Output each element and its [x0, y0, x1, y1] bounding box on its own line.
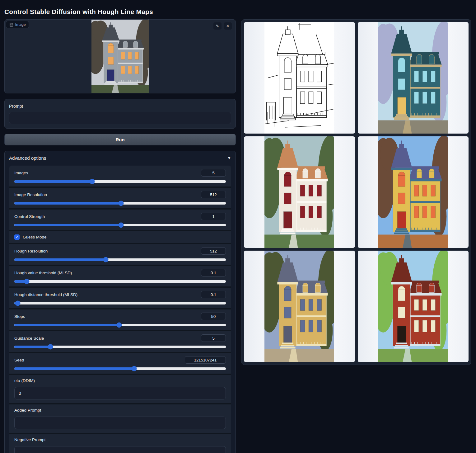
field-label: Added Prompt — [14, 408, 41, 413]
slider-label: Guidance Scale — [14, 336, 44, 341]
input-image-photo — [5, 20, 236, 93]
slider-track[interactable] — [14, 324, 226, 326]
field-added-prompt: Added Prompt — [9, 404, 231, 433]
guess-mode-checkbox[interactable]: ✓ — [14, 234, 20, 240]
slider-images: Images — [9, 166, 231, 186]
field-input[interactable] — [14, 387, 226, 399]
slider-track[interactable] — [14, 346, 226, 348]
slider-label: Seed — [14, 358, 24, 362]
house-illustration — [264, 136, 334, 248]
field-eta-ddim-: eta (DDIM) — [9, 375, 231, 403]
slider-handle[interactable] — [117, 323, 122, 328]
slider-label: Hough distance threshold (MLSD) — [14, 292, 77, 297]
pencil-icon: ✎ — [216, 24, 219, 28]
slider-fill — [14, 367, 134, 370]
page-title: Control Stable Diffusion with Hough Line… — [4, 8, 153, 16]
field-label: Negative Prompt — [14, 437, 46, 442]
input-image-component[interactable]: Image ✎ ✕ — [4, 19, 236, 93]
slider-handle[interactable] — [118, 201, 124, 206]
prompt-group: Prompt — [4, 99, 236, 129]
slider-label: Images — [14, 171, 28, 175]
image-label: Image — [15, 22, 26, 27]
slider-handle[interactable] — [24, 279, 30, 284]
slider-label: Steps — [14, 314, 25, 319]
house-illustration — [91, 20, 149, 93]
slider-hough-resolution: Hough Resolution — [9, 244, 231, 265]
house-illustration — [378, 22, 448, 134]
gallery-item-result-gold-house[interactable] — [244, 251, 355, 362]
checkbox-row: ✓ Guess Mode — [9, 231, 231, 243]
slider-value-input[interactable] — [201, 191, 226, 198]
slider-value-input[interactable] — [201, 291, 226, 298]
slider-value-input[interactable] — [201, 213, 226, 220]
slider-value-input[interactable] — [201, 269, 226, 276]
slider-seed: Seed — [9, 353, 231, 374]
prompt-label: Prompt — [9, 104, 231, 109]
checkbox-label: Guess Mode — [23, 235, 47, 239]
slider-hough-value-threshold-mlsd-: Hough value threshold (MLSD) — [9, 266, 231, 286]
slider-image-resolution: Image Resolution — [9, 188, 231, 208]
controls-column: Image ✎ ✕ Prompt Run Advanced options ▼ … — [4, 19, 236, 453]
clear-image-button[interactable]: ✕ — [224, 22, 232, 30]
slider-fill — [14, 180, 92, 183]
slider-track[interactable] — [14, 258, 226, 261]
image-icon — [9, 23, 13, 27]
field-label: eta (DDIM) — [14, 378, 35, 383]
slider-value-input[interactable] — [201, 334, 226, 342]
slider-track[interactable] — [14, 180, 226, 183]
slider-fill — [14, 224, 121, 226]
field-input[interactable] — [14, 417, 226, 429]
slider-fill — [14, 202, 121, 205]
house-illustration — [264, 251, 334, 362]
gallery-item-hough-line-map[interactable] — [244, 22, 355, 134]
gallery-item-result-white-house[interactable] — [244, 136, 355, 248]
slider-control-strength: Control Strength — [9, 210, 231, 230]
slider-track[interactable] — [14, 224, 226, 226]
close-icon: ✕ — [226, 24, 230, 28]
gallery-item-result-yellow-blue-house[interactable] — [358, 136, 469, 248]
chevron-down-icon: ▼ — [227, 156, 231, 160]
slider-track[interactable] — [14, 280, 226, 283]
slider-handle[interactable] — [15, 301, 20, 306]
advanced-options-accordion: Advanced options ▼ Images Image Resoluti… — [4, 151, 236, 453]
results-gallery — [241, 19, 471, 365]
field-negative-prompt: Negative Prompt — [9, 434, 231, 453]
slider-label: Hough value threshold (MLSD) — [14, 271, 72, 275]
house-illustration — [264, 22, 334, 134]
slider-track[interactable] — [14, 202, 226, 205]
run-button[interactable]: Run — [4, 134, 236, 145]
image-label-badge: Image — [6, 21, 29, 28]
slider-track[interactable] — [14, 367, 226, 370]
advanced-options-form: Images Image Resolution Control Strength… — [9, 166, 231, 453]
gallery-item-result-red-brick-house[interactable] — [358, 251, 469, 362]
slider-track[interactable] — [14, 302, 226, 304]
slider-value-input[interactable] — [185, 356, 226, 364]
slider-fill — [14, 258, 106, 261]
slider-label: Control Strength — [14, 214, 45, 219]
prompt-input[interactable] — [9, 112, 231, 124]
slider-value-input[interactable] — [201, 313, 226, 320]
slider-value-input[interactable] — [201, 169, 226, 177]
slider-steps: Steps — [9, 309, 231, 330]
slider-guidance-scale: Guidance Scale — [9, 331, 231, 352]
advanced-options-label: Advanced options — [9, 155, 46, 161]
slider-handle[interactable] — [48, 344, 53, 350]
slider-handle[interactable] — [118, 223, 124, 228]
slider-handle[interactable] — [131, 366, 137, 371]
house-illustration — [378, 251, 448, 362]
slider-value-input[interactable] — [201, 247, 226, 255]
slider-label: Image Resolution — [14, 192, 47, 197]
edit-image-button[interactable]: ✎ — [213, 22, 222, 30]
slider-label: Hough Resolution — [14, 249, 48, 253]
gallery-item-result-teal-house[interactable] — [358, 22, 469, 134]
slider-handle[interactable] — [103, 257, 109, 262]
house-illustration — [378, 136, 448, 248]
advanced-options-header[interactable]: Advanced options ▼ — [9, 155, 231, 161]
field-input[interactable] — [14, 446, 226, 453]
slider-hough-distance-threshold-mlsd-: Hough distance threshold (MLSD) — [9, 288, 231, 308]
slider-fill — [14, 346, 50, 348]
slider-handle[interactable] — [90, 179, 95, 184]
slider-fill — [14, 324, 119, 326]
